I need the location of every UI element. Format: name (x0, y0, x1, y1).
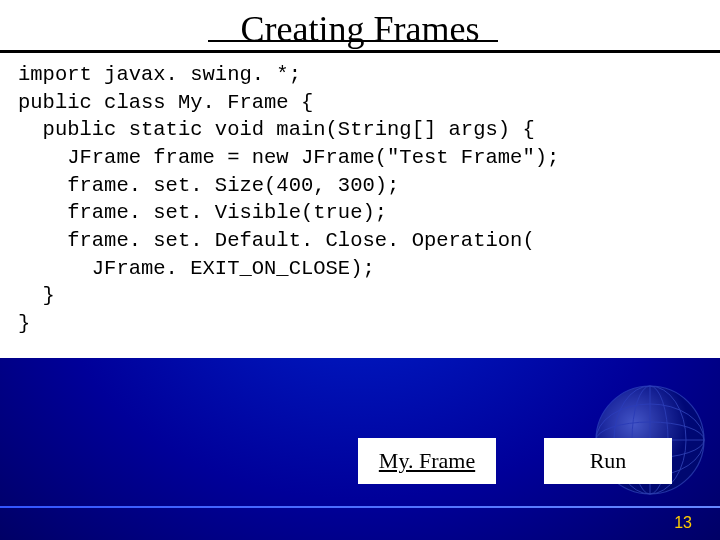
footer-divider (0, 506, 720, 508)
run-button[interactable]: Run (544, 438, 672, 484)
run-button-label: Run (590, 448, 627, 473)
myframe-button[interactable]: My. Frame (358, 438, 496, 484)
code-line: JFrame frame = new JFrame("Test Frame"); (18, 146, 559, 169)
code-line: frame. set. Size(400, 300); (18, 174, 399, 197)
slide-title: Creating Frames (0, 0, 720, 53)
code-line: JFrame. EXIT_ON_CLOSE); (18, 257, 375, 280)
page-number: 13 (674, 514, 692, 532)
code-line: } (18, 284, 55, 307)
code-line: import javax. swing. *; (18, 63, 301, 86)
code-line: public class My. Frame { (18, 91, 313, 114)
code-line: } (18, 312, 30, 335)
code-line: frame. set. Visible(true); (18, 201, 387, 224)
code-line: public static void main(String[] args) { (18, 118, 535, 141)
myframe-button-label: My. Frame (379, 448, 475, 473)
code-line: frame. set. Default. Close. Operation( (18, 229, 535, 252)
button-row: My. Frame Run (358, 438, 672, 484)
code-block: import javax. swing. *; public class My.… (0, 53, 720, 358)
